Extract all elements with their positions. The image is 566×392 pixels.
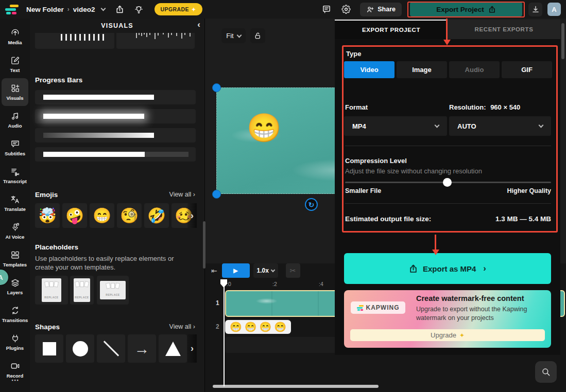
ruler-tick-2: :2 [272,281,277,287]
sidebar-item-transcript[interactable]: Transcript [0,162,30,189]
visuals-panel-scrollbar[interactable] [203,221,205,269]
emoji-item[interactable]: 🤯 [35,203,60,228]
shape-line[interactable] [97,334,125,363]
progress-bars-heading: Progress Bars [35,76,82,84]
sidebar-item-templates[interactable]: Templates [0,245,30,273]
emojis-view-all-link[interactable]: View all › [169,191,195,198]
format-dropdown[interactable]: MP4 [344,116,447,136]
emoji-strip-scroll-right[interactable]: › [187,203,197,228]
download-button[interactable] [528,3,542,16]
chevron-down-icon[interactable] [100,6,106,11]
play-button[interactable]: ▶ [222,263,250,278]
settings-button[interactable] [341,5,351,14]
emoji-item[interactable]: 😁 [90,203,114,228]
rotate-handle[interactable]: ↻ [305,198,318,211]
emoji-item[interactable]: 🤣 [144,203,169,228]
kapwing-app-logo[interactable] [5,4,19,15]
breadcrumb-project-name[interactable]: video2 [73,6,95,13]
compression-label: Compression Level [345,157,407,165]
progress-bar-fill [43,95,154,100]
type-image-button[interactable]: Image [397,61,447,78]
play-icon: ▶ [233,267,238,274]
export-project-button[interactable]: Export Project [410,2,522,16]
fit-dropdown[interactable]: Fit [221,28,246,43]
timeline-emoji-clip[interactable]: 😁 😁 😁 😁 [225,320,291,334]
shapes-view-all-link[interactable]: View all › [169,323,195,330]
waveform-bars [61,34,105,41]
shapes-strip-scroll-right[interactable]: › [187,334,197,363]
progress-bar-template[interactable] [35,109,196,123]
emoji-item[interactable]: 🧐 [117,203,142,228]
collapse-panel-button[interactable]: ‹ [197,20,200,30]
sidebar-item-ai-voice[interactable]: AI Voice [0,217,30,245]
compression-slider[interactable] [345,182,551,183]
suggestions-button[interactable] [134,5,143,14]
sidebar-more-button[interactable]: ⋯ [0,376,30,385]
breadcrumb-folder[interactable]: New Folder [26,6,64,13]
share-button[interactable]: Share [360,3,402,16]
upload-icon [488,6,496,13]
placeholder-thumbnail: REPLACE [42,278,61,302]
emoji-item[interactable]: 🤪 [62,203,87,228]
gear-icon [341,5,351,14]
shape-triangle[interactable] [159,334,187,363]
selection-handle-bottom-left[interactable] [212,190,221,199]
user-avatar[interactable]: A [547,3,561,16]
text-edit-icon [10,56,20,65]
shape-arrow[interactable]: → [128,334,156,363]
comments-button[interactable] [322,5,331,14]
progress-bar-template[interactable] [35,128,196,142]
music-note-icon [10,111,20,121]
upgrade-button[interactable]: UPGRADE ✦ [155,3,202,15]
resolution-dropdown[interactable]: AUTO [449,116,551,136]
type-video-button[interactable]: Video [344,61,395,78]
sidebar-item-transitions[interactable]: Transitions [0,300,30,328]
progress-bar-template[interactable] [35,90,196,104]
sidebar-item-media[interactable]: Media [0,23,30,50]
left-toolbar: Media Text Visuals Audio Subtitles Trans… [0,19,30,392]
chevron-down-icon [435,122,440,128]
waveform-tile[interactable] [116,33,195,49]
upload-project-button[interactable] [115,5,124,14]
sidebar-item-visuals[interactable]: Visuals [2,78,28,106]
visuals-panel: VISUALS ‹ Progress Bars Emojis View al [30,19,205,392]
sidebar-item-text[interactable]: Text [0,50,30,78]
skip-to-start-button[interactable]: ⇤ [211,266,217,275]
shape-square[interactable] [35,334,63,363]
export-as-mp4-button[interactable]: Export as MP4 › [344,253,551,284]
shapes-heading: Shapes [35,323,60,331]
square-icon [43,342,56,355]
comment-icon [322,5,331,14]
placeholder-item[interactable]: REPLACE [97,276,129,305]
type-audio-button[interactable]: Audio [449,61,500,78]
speed-dropdown[interactable]: 1.0x [253,263,278,278]
add-person-icon [366,6,374,13]
placeholder-item[interactable]: REPLACE [70,276,94,305]
progress-bar-template[interactable] [35,147,196,162]
breadcrumb-separator: › [67,6,70,13]
waveform-tile[interactable] [35,33,114,49]
selection-handle-top-left[interactable] [212,83,221,92]
sidebar-item-audio[interactable]: Audio [0,106,30,134]
sidebar-item-translate[interactable]: Translate [0,189,30,217]
split-button[interactable]: ✂ [286,263,300,278]
tab-recent-exports[interactable]: RECENT EXPORTS [448,20,560,39]
shape-circle[interactable] [66,334,94,363]
sidebar-item-subtitles[interactable]: Subtitles [0,134,30,162]
timeline-search-button[interactable] [535,361,557,383]
lock-button[interactable] [250,28,265,43]
video-emoji-overlay[interactable]: 😁 [247,114,281,141]
tab-export-project[interactable]: EXPORT PROJECT [335,20,448,39]
type-gif-button[interactable]: GIF [502,61,552,78]
templates-grid-icon [10,250,20,260]
compression-slider-thumb[interactable] [443,178,452,187]
estimate-value: 1.3 MB — 5.4 MB [495,215,551,223]
sidebar-item-plugins[interactable]: Plugins [0,328,30,356]
banner-upgrade-button[interactable]: Upgrade ✦ [350,329,545,341]
clip-emoji: 😁 [260,321,272,333]
playhead-line[interactable] [224,279,225,386]
placeholder-item[interactable]: REPLACE [35,276,68,305]
timeline-horizontal-scrollbar[interactable] [213,385,379,388]
export-panel-scrollbar[interactable] [561,23,564,59]
export-panel: EXPORT PROJECT RECENT EXPORTS Type Video… [335,20,560,355]
